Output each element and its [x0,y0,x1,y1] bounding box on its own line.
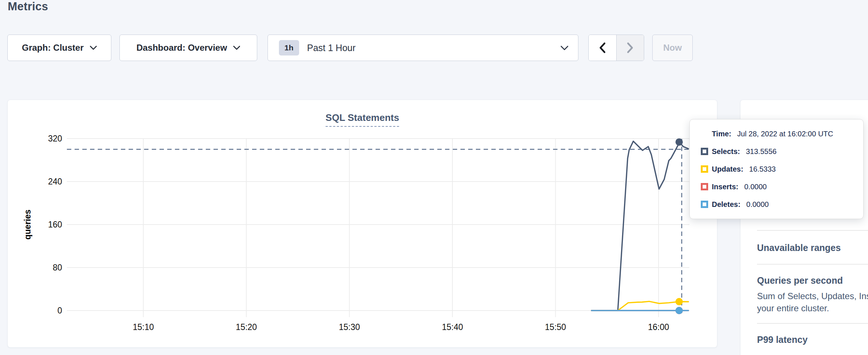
tooltip-time-value: Jul 28, 2022 at 16:02:00 UTC [737,130,833,138]
inserts-legend-swatch-icon [701,183,708,190]
chevron-down-icon [233,46,240,50]
y-axis-tick-label: 240 [48,177,62,186]
chevron-down-icon [90,46,97,50]
series-line-selects [592,141,689,311]
sql-statements-chart-card: SQL Statements 08016024032015:1015:2015:… [7,100,717,348]
tooltip-series-label: Deletes: [712,200,740,209]
time-range-label: Past 1 Hour [307,43,560,53]
tooltip-series-value: 313.5556 [746,147,776,156]
tooltip-series-label: Updates: [712,165,743,173]
sidebar-body-line: Sum of Selects, Updates, Inser [757,291,868,301]
graph-dropdown-label: Graph: Cluster [22,43,83,53]
sql-statements-chart[interactable]: 08016024032015:1015:2015:3015:4015:5016:… [8,100,717,347]
sidebar-divider [757,230,868,231]
sidebar-divider [757,264,868,265]
chevron-left-icon [598,42,606,54]
tooltip-series-value: 16.5333 [749,165,776,173]
dashboard-dropdown-label: Dashboard: Overview [136,43,227,53]
hover-point-deletes [675,307,683,314]
tooltip-series-value: 0.0000 [744,183,767,191]
chevron-down-icon [560,46,568,50]
updates-legend-swatch-icon [701,165,708,173]
sidebar-heading: P99 latency [757,334,808,345]
time-range-picker[interactable]: 1h Past 1 Hour [268,35,578,61]
tooltip-time-row: Time: Jul 28, 2022 at 16:02:00 UTC [701,126,852,141]
dashboard-dropdown[interactable]: Dashboard: Overview [119,35,257,61]
now-button[interactable]: Now [652,35,693,61]
x-axis-tick-label: 15:30 [339,322,360,332]
y-axis-tick-label: 80 [53,263,62,272]
time-window-back-button[interactable] [589,35,616,61]
hover-point-selects [675,138,683,146]
page-title: Metrics [8,0,48,13]
graph-dropdown[interactable]: Graph: Cluster [7,35,111,61]
tooltip-series-row-updates: Updates:16.5333 [701,161,852,177]
selects-legend-swatch-icon [701,148,708,155]
x-axis-tick-label: 15:40 [442,322,463,332]
x-axis-tick-label: 15:20 [236,322,257,332]
tooltip-swatch-spacer [701,130,708,137]
metrics-page: Metrics Graph: Cluster Dashboard: Overvi… [0,0,868,355]
sidebar-body-line: your entire cluster. [757,303,829,313]
tooltip-series-row-selects: Selects:313.5556 [701,144,852,159]
x-axis-tick-label: 15:10 [133,322,154,332]
y-axis-title: queries [23,209,32,240]
sidebar-heading: Unavailable ranges [757,243,841,253]
y-axis-tick-label: 0 [57,306,62,315]
tooltip-series-row-deletes: Deletes:0.0000 [701,197,852,212]
deletes-legend-swatch-icon [701,201,708,208]
series-line-updates [592,301,689,311]
sidebar-heading: Queries per second [757,275,843,286]
tooltip-series-value: 0.0000 [746,200,769,209]
time-window-arrows [588,35,644,61]
tooltip-time-label: Time: [712,130,731,138]
sidebar-divider [757,323,868,324]
chart-hover-tooltip: Time: Jul 28, 2022 at 16:02:00 UTC Selec… [689,119,864,219]
chevron-right-icon [626,42,634,54]
time-range-badge: 1h [279,40,299,55]
tooltip-series-row-inserts: Inserts:0.0000 [701,179,852,194]
x-axis-tick-label: 16:00 [648,322,669,332]
x-axis-tick-label: 15:50 [545,322,566,332]
hover-point-updates [675,298,683,305]
tooltip-series-label: Selects: [712,147,740,156]
tooltip-series-label: Inserts: [712,183,738,191]
y-axis-tick-label: 320 [48,134,62,143]
time-window-forward-button[interactable] [616,35,644,61]
y-axis-tick-label: 160 [48,220,62,229]
